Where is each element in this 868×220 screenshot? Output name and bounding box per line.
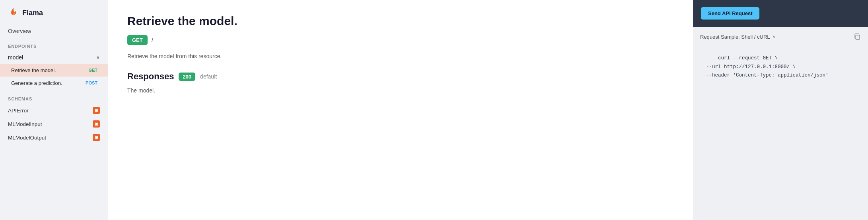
main-content: Retrieve the model. GET / Retrieve the m…: [108, 0, 693, 220]
schema-item-apierror[interactable]: APIError ▣: [0, 104, 108, 117]
method-badge: GET: [127, 35, 148, 45]
code-line-3: --header 'Content-Type: application/json…: [700, 73, 829, 78]
endpoint-row: GET /: [127, 35, 674, 45]
response-default-label: default: [200, 73, 217, 80]
sidebar-item-retrieve-model[interactable]: Retrieve the model. GET: [0, 64, 108, 77]
model-group-header[interactable]: model ∨: [0, 51, 108, 64]
request-sample-header: Request Sample: Shell / cURL ∨: [700, 33, 861, 40]
status-200-badge: 200: [179, 73, 195, 81]
model-group: model ∨ Retrieve the model. GET Generate…: [0, 51, 108, 91]
app-name: Flama: [22, 9, 43, 17]
responses-title: Responses: [127, 71, 174, 82]
sidebar-item-overview[interactable]: Overview: [0, 26, 108, 38]
sample-dropdown-icon: ∨: [773, 34, 776, 39]
copy-icon[interactable]: [854, 33, 861, 40]
sidebar: Flama Overview ENDPOINTS model ∨ Retriev…: [0, 0, 108, 220]
page-title: Retrieve the model.: [127, 14, 674, 28]
endpoint-path: /: [152, 37, 153, 43]
sidebar-item-retrieve-method: GET: [86, 67, 100, 73]
sidebar-item-generate-method: POST: [83, 80, 100, 86]
model-chevron-icon: ∨: [96, 55, 100, 60]
svg-rect-0: [856, 35, 860, 39]
schema-mlmodelinput-icon: ▣: [93, 120, 100, 128]
model-group-label: model: [8, 54, 23, 61]
flame-icon: [8, 7, 19, 18]
request-sample-panel: Request Sample: Shell / cURL ∨ curl --re…: [693, 27, 868, 220]
sidebar-item-retrieve-label: Retrieve the model.: [11, 67, 56, 73]
schemas-section-label: SCHEMAS: [0, 91, 108, 104]
schema-mlmodeloutput-label: MLModelOutput: [8, 135, 46, 141]
schema-mlmodeloutput-icon: ▣: [93, 134, 100, 141]
schema-mlmodelinput-label: MLModelInput: [8, 121, 42, 127]
sidebar-item-generate-label: Generate a prediction.: [11, 80, 62, 86]
sidebar-item-generate-prediction[interactable]: Generate a prediction. POST: [0, 77, 108, 89]
right-panel: Send API Request Request Sample: Shell /…: [693, 0, 868, 220]
code-line-1: curl --request GET \: [718, 55, 778, 61]
request-sample-label: Request Sample: Shell / cURL: [700, 34, 770, 40]
schema-item-mlmodeloutput[interactable]: MLModelOutput ▣: [0, 131, 108, 144]
schema-apierror-label: APIError: [8, 108, 29, 114]
endpoint-description: Retrieve the model from this resource.: [127, 53, 674, 59]
schema-apierror-icon: ▣: [93, 107, 100, 114]
endpoints-section-label: ENDPOINTS: [0, 38, 108, 51]
api-request-bar: Send API Request: [693, 0, 868, 27]
schema-item-mlmodelinput[interactable]: MLModelInput ▣: [0, 117, 108, 131]
request-sample-title[interactable]: Request Sample: Shell / cURL ∨: [700, 34, 776, 40]
code-line-2: --url http://127.0.0.1:8000/ \: [700, 64, 796, 70]
response-body-text: The model.: [127, 87, 674, 94]
code-block: curl --request GET \ --url http://127.0.…: [700, 46, 861, 88]
app-logo: Flama: [0, 0, 108, 26]
responses-heading: Responses 200 default: [127, 71, 674, 82]
send-api-button[interactable]: Send API Request: [701, 7, 759, 20]
schemas-section: APIError ▣ MLModelInput ▣ MLModelOutput …: [0, 104, 108, 144]
